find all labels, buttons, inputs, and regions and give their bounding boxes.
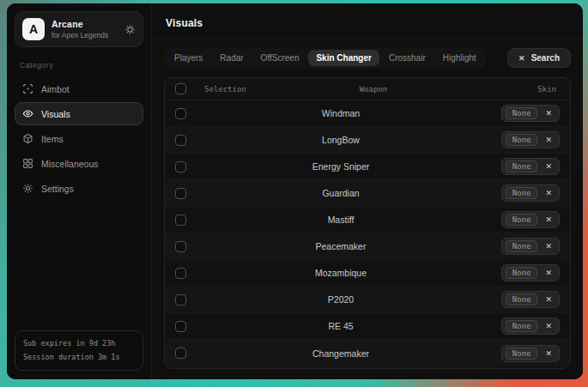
row-checkbox[interactable] [175,135,186,146]
tab-crosshair[interactable]: Crosshair [381,50,433,66]
table-row: ChangemakerNone✕ [165,340,570,366]
skin-table: Selection Weapon Skin WindmanNone✕LongBo… [164,77,571,369]
settings-gear-icon [22,183,33,194]
skin-select-chip[interactable]: None✕ [501,211,560,228]
skin-select-chip[interactable]: None✕ [501,238,560,255]
table-row: GuardianNone✕ [165,180,570,207]
app-window: A Arcane for Apex Legends Category Aimbo… [7,3,583,379]
weapon-name: LongBow [204,135,477,145]
sidebar-item-items[interactable]: Items [15,127,143,150]
items-box-icon [22,133,33,144]
weapon-name: Changemaker [204,348,477,359]
skin-value: None [506,160,538,172]
sidebar-item-settings[interactable]: Settings [15,177,143,200]
table-body: WindmanNone✕LongBowNone✕Energy SniperNon… [165,100,570,366]
sidebar-item-label: Visuals [41,109,70,119]
table-header-row: Selection Weapon Skin [165,78,570,100]
clear-skin-x-icon[interactable]: ✕ [545,109,552,118]
skin-value: None [506,134,538,146]
toolbar: PlayersRadarOffScreenSkin ChangerCrossha… [152,39,583,76]
weapon-name: Peacemaker [204,241,477,251]
clear-skin-x-icon[interactable]: ✕ [545,269,552,277]
column-header-weapon: Weapon [299,85,448,94]
sidebar: A Arcane for Apex Legends Category Aimbo… [7,3,152,379]
row-checkbox[interactable] [175,108,186,119]
skin-select-chip[interactable]: None✕ [501,291,560,308]
column-header-skin: Skin [448,85,560,94]
tab-offscreen[interactable]: OffScreen [253,50,307,66]
table-row: LongBowNone✕ [165,127,570,154]
main-header: Visuals [152,3,583,39]
skin-select-chip[interactable]: None✕ [501,345,560,362]
skin-value: None [506,214,538,226]
column-header-selection: Selection [204,85,299,94]
row-checkbox[interactable] [175,215,186,226]
row-checkbox[interactable] [175,348,186,359]
page-title: Visuals [166,17,203,29]
sidebar-item-label: Aimbot [41,84,70,94]
row-checkbox[interactable] [175,321,186,332]
clear-skin-x-icon[interactable]: ✕ [545,295,552,304]
tab-highlight[interactable]: Highlight [435,50,484,66]
row-checkbox[interactable] [175,241,186,252]
brand-gear-icon[interactable] [124,24,136,35]
skin-select-chip[interactable]: None✕ [501,317,560,335]
search-button[interactable]: ✕ Search [507,48,571,68]
skin-select-chip[interactable]: None✕ [501,264,560,281]
sidebar-spacer [15,200,143,330]
app-title: Arcane [52,19,118,29]
clear-skin-x-icon[interactable]: ✕ [545,349,552,358]
visuals-eye-icon [22,108,33,119]
tab-radar[interactable]: Radar [212,50,251,66]
session-duration-text: Session duration 3m 1s [23,351,135,364]
skin-value: None [506,107,538,119]
app-logo: A [22,18,45,40]
weapon-name: Energy Sniper [204,161,477,172]
clear-skin-x-icon[interactable]: ✕ [545,215,552,224]
weapon-name: Mozambique [204,268,477,278]
table-row: PeacemakerNone✕ [165,233,570,260]
table-row: P2020None✕ [165,287,570,313]
brand-text: Arcane for Apex Legends [52,19,118,39]
table-row: WindmanNone✕ [165,100,570,127]
sidebar-item-miscellaneous[interactable]: Miscellaneous [15,152,143,175]
skin-value: None [506,267,538,279]
skin-select-chip[interactable]: None✕ [501,131,560,148]
clear-skin-x-icon[interactable]: ✕ [545,189,552,197]
sidebar-nav: AimbotVisualsItemsMiscellaneousSettings [15,77,143,200]
brand-card: A Arcane for Apex Legends [15,11,143,47]
tab-skin-changer[interactable]: Skin Changer [308,50,379,66]
sub-expiry-text: Sub expires in 9d 23h [23,337,135,350]
sidebar-item-aimbot[interactable]: Aimbot [15,77,143,100]
sidebar-item-label: Settings [41,184,74,194]
clear-skin-x-icon[interactable]: ✕ [545,162,552,171]
weapon-name: Guardian [204,188,477,198]
skin-select-chip[interactable]: None✕ [501,105,560,122]
skin-value: None [506,348,538,360]
tab-players[interactable]: Players [167,50,210,66]
table-row: Energy SniperNone✕ [165,154,570,180]
category-label: Category [20,61,140,70]
sidebar-item-label: Miscellaneous [41,159,99,169]
skin-select-chip[interactable]: None✕ [501,184,560,202]
clear-skin-x-icon[interactable]: ✕ [545,242,552,251]
row-checkbox[interactable] [175,268,186,279]
table-row: MozambiqueNone✕ [165,260,570,287]
clear-skin-x-icon[interactable]: ✕ [545,136,552,144]
search-x-icon: ✕ [518,54,525,63]
row-checkbox[interactable] [175,161,186,172]
session-info-card: Sub expires in 9d 23h Session duration 3… [15,330,143,371]
clear-skin-x-icon[interactable]: ✕ [545,322,552,330]
skin-select-chip[interactable]: None✕ [501,158,560,175]
weapon-name: Mastiff [204,215,477,225]
app-subtitle: for Apex Legends [52,31,118,39]
skin-value: None [506,293,538,305]
row-checkbox[interactable] [175,294,186,305]
select-all-checkbox[interactable] [175,83,186,94]
sidebar-item-visuals[interactable]: Visuals [15,102,143,125]
skin-value: None [506,240,538,252]
row-checkbox[interactable] [175,188,186,199]
skin-value: None [506,320,538,332]
tab-bar: PlayersRadarOffScreenSkin ChangerCrossha… [164,47,487,69]
weapon-name: Windman [204,108,477,118]
